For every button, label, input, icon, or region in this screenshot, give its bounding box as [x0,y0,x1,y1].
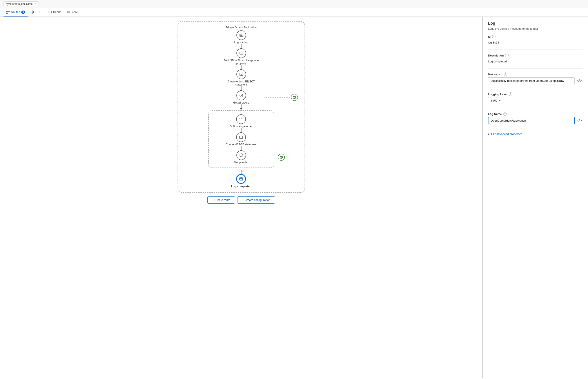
node-circle-log-starting[interactable] [236,30,246,40]
field-value-id: log-8c64 [488,40,583,46]
node-circle-create-merge[interactable] [236,132,246,142]
tab-routes-label: Routes [11,10,20,14]
svg-rect-17 [241,118,243,119]
create-config-button[interactable]: + Create configuration [238,196,275,204]
arrow-0 [241,44,241,48]
node-label-create-select: Create orders SELECT statement [224,80,259,86]
field-group-description: Description ? Log completed [488,54,583,69]
field-label-description: Description ? [488,54,583,57]
message-help-icon[interactable]: ? [504,73,507,76]
svg-rect-9 [240,52,243,54]
node-label-set-usd: Set USD to EU exchange rate property [224,59,259,65]
arrow-4 [241,128,241,132]
field-label-id: Id ? [488,35,583,38]
log-name-input[interactable] [488,117,574,124]
tab-beans-label: Beans [53,10,61,14]
node-circle-split-order[interactable] [236,114,246,124]
arrow-6 [241,170,241,174]
title-bar: sync-orders-jdbc.camel × [0,0,588,8]
arrow-1 [241,65,241,69]
node-label-log-completed: Log completed [231,185,251,188]
node-create-merge: Create MERGE statement [226,132,256,146]
tab-rest-label: REST [35,10,43,14]
field-label-message: Message * ? [488,73,583,76]
node-create-select: Create orders SELECT statement [224,69,259,86]
log-name-input-row: </> [488,117,583,124]
canvas-area: Trigger Orders Replication Log starting [0,17,482,378]
routes-badge: 1 [21,11,25,14]
flow-outer-border: Trigger Orders Replication Log starting [178,21,305,193]
svg-rect-0 [6,11,7,12]
log-name-help-icon[interactable]: ? [503,112,507,116]
node-circle-create-select[interactable] [236,69,246,79]
panel-subtitle: Logs the defined message to the logger [488,27,583,30]
field-group-id: Id ? log-8c64 [488,35,583,50]
node-circle-log-completed[interactable] [236,174,246,184]
node-get-orders: Get all orders [233,91,249,104]
node-label-merge-order: Merge order [234,161,248,164]
message-required: * [501,73,502,76]
tab-yaml-label: YAML [72,10,79,14]
svg-rect-1 [8,11,9,12]
message-input-row: </> [488,77,583,84]
svg-rect-16 [239,118,241,119]
arrow-2 [241,86,241,91]
node-label-create-merge: Create MERGE statement [226,143,256,146]
log-name-code-button[interactable]: </> [576,118,583,124]
field-label-log-name: Log Name ? [488,112,583,116]
node-label-split-order: Split to single order [230,125,253,128]
right-panel: Log Logs the defined message to the logg… [482,17,588,378]
eip-chevron-icon: ▶ [488,133,490,135]
canvas-content: Trigger Orders Replication Log starting [0,17,482,378]
svg-rect-24 [240,178,242,180]
node-split-order: Split to single order [230,114,253,128]
create-route-button[interactable]: + Create route [207,196,235,204]
arrow-5 [241,146,241,150]
flow-inner-border: Split to single order Create MERGE state… [208,110,274,168]
node-log-completed: Log completed [231,174,251,188]
svg-rect-6 [240,34,243,36]
id-help-icon[interactable]: ? [492,35,496,38]
canvas-footer: + Create route + Create configuration [204,193,279,207]
eip-label: EIP advanced properties [491,132,522,136]
message-code-button[interactable]: </> [576,78,583,84]
node-circle-get-orders[interactable] [236,91,246,100]
tab-yaml[interactable]: </> YAML [64,8,82,16]
panel-title: Log [488,21,583,26]
tab-rest[interactable]: REST [28,8,46,16]
node-log-starting: Log starting [234,30,248,44]
file-tab-close[interactable]: × [34,2,36,5]
logging-level-select[interactable]: INFO DEBUG WARN ERROR TRACE [488,97,503,104]
node-circle-set-usd[interactable] [236,48,246,58]
yaml-icon: </> [67,11,70,14]
dashed-line-2 [256,157,278,158]
dashed-line-1 [265,97,291,98]
eip-advanced-link[interactable]: ▶ EIP advanced properties [488,132,583,136]
node-merge-order: Merge order [234,150,248,164]
green-icon-2[interactable] [278,154,285,161]
green-icon-1[interactable] [291,94,298,101]
node-label-get-orders: Get all orders [233,101,249,104]
tab-routes[interactable]: Routes 1 [3,8,28,16]
node-label-log-starting: Log starting [234,41,248,44]
beans-icon [48,10,52,14]
field-group-message: Message * ? </> [488,73,583,88]
flow-container: Trigger Orders Replication Log starting [166,21,316,207]
field-group-logging-level: Logging Level ? INFO DEBUG WARN ERROR TR… [488,92,583,108]
description-help-icon[interactable]: ? [505,54,509,57]
field-group-log-name: Log Name ? </> [488,112,583,128]
trigger-label: Trigger Orders Replication [226,26,256,29]
rest-icon [30,10,34,14]
svg-rect-4 [6,13,7,14]
main-layout: Trigger Orders Replication Log starting [0,17,588,378]
tab-beans[interactable]: Beans [46,8,64,16]
file-tab-label: sync-orders-jdbc.camel [6,2,33,5]
routes-icon [6,10,10,14]
logging-level-help-icon[interactable]: ? [509,92,512,96]
arrow-3 [241,104,241,109]
node-set-usd: Set USD to EU exchange rate property [224,48,259,65]
file-tab[interactable]: sync-orders-jdbc.camel × [3,1,38,6]
message-input[interactable] [488,77,574,84]
node-circle-merge-order[interactable] [236,150,246,160]
field-label-logging-level: Logging Level ? [488,92,583,96]
